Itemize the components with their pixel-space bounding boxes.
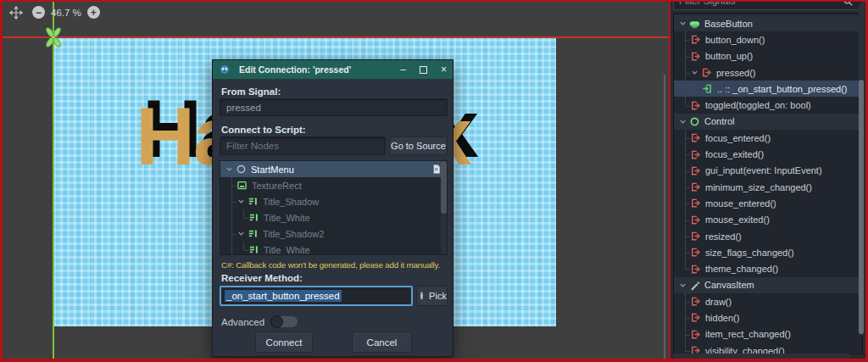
signal-icon	[689, 296, 701, 308]
frame-top	[0, 0, 868, 2]
signal-row[interactable]: toggled(toggled_on: bool)	[674, 97, 862, 113]
signal-row[interactable]: theme_changed()	[674, 260, 862, 276]
chevron-down-icon	[236, 196, 246, 208]
signal-row[interactable]: minimum_size_changed()	[674, 179, 862, 195]
canvas-scrollbar[interactable]	[664, 75, 665, 359]
receiver-method-input[interactable]: _on_start_button_pressed	[220, 286, 413, 306]
node-row[interactable]: TextureRect	[220, 177, 447, 193]
zoom-in-button[interactable]: +	[87, 6, 100, 19]
node-row[interactable]: Title_Shadow2	[220, 226, 447, 242]
center-view-icon[interactable]	[8, 5, 23, 19]
row-label: item_rect_changed()	[705, 329, 791, 339]
signal-icon	[689, 328, 701, 340]
script-icon	[430, 164, 442, 175]
connection-row[interactable]: .. :: _on_start_button_pressed()	[674, 81, 862, 97]
chevron-down-icon	[689, 67, 699, 79]
filter-nodes-input[interactable]: Filter Nodes	[220, 136, 386, 155]
from-signal-label: From Signal:	[221, 86, 281, 97]
node-tree-scrollbar[interactable]	[441, 161, 447, 254]
panel-separator	[669, 0, 670, 362]
category-row[interactable]: BaseButton	[674, 15, 862, 31]
tree-guide	[677, 260, 689, 276]
row-label: Control	[704, 116, 734, 126]
signal-row[interactable]: focus_entered()	[674, 130, 862, 146]
viewport-left-guide	[53, 0, 54, 359]
category-row[interactable]: CanvasItem	[674, 277, 862, 293]
canvas-item-icon	[688, 279, 700, 291]
signal-row[interactable]: gui_input(event: InputEvent)	[674, 163, 862, 179]
node-row[interactable]: StartMenu	[220, 161, 447, 177]
dialog-title: Edit Connection: 'pressed'	[239, 64, 351, 75]
csharp-warning: C#: Callback code won't be generated, pl…	[221, 260, 449, 270]
tree-guide	[689, 81, 701, 97]
connect-button[interactable]: Connect	[255, 331, 313, 353]
node-row[interactable]: Title_White	[220, 209, 447, 226]
signal-icon	[689, 231, 701, 242]
zoom-out-button[interactable]: −	[32, 6, 45, 19]
tree-guide	[224, 226, 236, 242]
signal-row[interactable]: button_down()	[674, 31, 862, 47]
close-icon[interactable]: ×	[441, 64, 447, 75]
category-row[interactable]: Control	[674, 114, 862, 130]
signal-row[interactable]: pressed()	[674, 64, 862, 81]
tree-guide	[224, 177, 236, 193]
signal-icon	[689, 263, 701, 275]
row-label: gui_input(event: InputEvent)	[705, 165, 822, 175]
tree-guide	[236, 242, 248, 255]
row-label: draw()	[705, 297, 732, 307]
tree-guide	[224, 209, 236, 226]
dialog-titlebar[interactable]: Edit Connection: 'pressed' – ×	[213, 60, 453, 79]
tree-guide	[224, 193, 236, 209]
picker-icon	[417, 291, 426, 301]
receiver-method-value: _on_start_button_pressed	[225, 290, 342, 302]
row-label: focus_exited()	[705, 149, 764, 159]
signal-row[interactable]: mouse_exited()	[674, 212, 862, 228]
tree-guide	[224, 242, 236, 255]
tree-guide	[677, 163, 689, 179]
signal-icon	[689, 181, 701, 193]
cancel-button[interactable]: Cancel	[352, 331, 412, 353]
pick-button[interactable]: Pick	[416, 286, 448, 306]
node-row[interactable]: Title_White	[220, 242, 447, 255]
anchor-gizmo-icon[interactable]	[41, 25, 66, 50]
row-label: focus_entered()	[705, 133, 771, 143]
control-icon	[688, 115, 700, 127]
signal-row[interactable]: hidden()	[674, 309, 862, 326]
row-label: size_flags_changed()	[705, 248, 794, 258]
row-label: BaseButton	[704, 19, 753, 29]
tree-guide	[677, 326, 689, 343]
signal-row[interactable]: size_flags_changed()	[674, 244, 862, 260]
tree-guide	[677, 179, 689, 195]
advanced-toggle[interactable]	[272, 316, 298, 327]
signal-row[interactable]: resized()	[674, 228, 862, 244]
signal-icon	[689, 164, 701, 176]
frame-left	[0, 0, 3, 362]
godot-editor-window: Ha x − 46.7 % + Edit Connection: 'presse…	[0, 0, 868, 362]
from-signal-input[interactable]: pressed	[220, 98, 448, 116]
signal-row[interactable]: mouse_entered()	[674, 195, 862, 211]
zoom-level[interactable]: 46.7 %	[51, 8, 81, 18]
signal-row[interactable]: item_rect_changed()	[674, 326, 862, 343]
node-row[interactable]: Title_Shadow	[220, 193, 447, 209]
row-label: theme_changed()	[705, 264, 778, 274]
signal-row[interactable]: button_up()	[674, 48, 862, 64]
signal-row[interactable]: draw()	[674, 293, 862, 309]
viewport-toolbar: − 46.7 % +	[8, 5, 100, 19]
row-label: Title_White	[264, 245, 310, 255]
signal-icon	[689, 198, 701, 209]
advanced-row: Advanced	[221, 316, 298, 327]
signal-row[interactable]: visibility_changed()	[674, 343, 862, 354]
filter-nodes-placeholder: Filter Nodes	[226, 141, 279, 151]
maximize-icon[interactable]	[420, 66, 427, 74]
row-label: TextureRect	[252, 181, 302, 191]
row-label: Title_Shadow	[263, 197, 319, 207]
tree-guide	[677, 81, 689, 97]
tree-guide	[677, 212, 689, 228]
minimize-icon[interactable]: –	[400, 64, 406, 75]
node-tree: StartMenuTextureRectTitle_ShadowTitle_Wh…	[220, 160, 448, 255]
signal-row[interactable]: focus_exited()	[674, 146, 862, 162]
tree-guide	[677, 228, 689, 244]
signals-scrollbar[interactable]	[859, 3, 864, 336]
chevron-down-icon	[236, 228, 246, 240]
go-to-source-button[interactable]: Go to Source	[389, 136, 448, 155]
